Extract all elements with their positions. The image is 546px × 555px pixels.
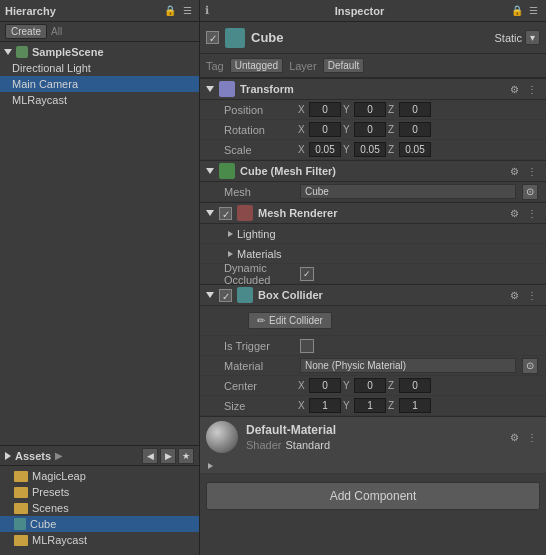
asset-item-presets[interactable]: Presets bbox=[0, 484, 199, 500]
collider-material-value: None (Physic Material) bbox=[300, 358, 516, 373]
collider-material-label: Material bbox=[224, 360, 294, 372]
rotation-y-input[interactable] bbox=[354, 122, 386, 137]
center-y-field: Y bbox=[343, 378, 386, 393]
box-collider-settings-icon[interactable]: ⚙ bbox=[506, 287, 522, 303]
center-label: Center bbox=[224, 380, 294, 392]
mesh-renderer-settings-icon[interactable]: ⚙ bbox=[506, 205, 522, 221]
material-row: Material None (Physic Material) ⊙ bbox=[200, 356, 546, 376]
center-x-input[interactable] bbox=[309, 378, 341, 393]
mesh-filter-header[interactable]: Cube (Mesh Filter) ⚙ ⋮ bbox=[200, 160, 546, 182]
materials-label: Materials bbox=[237, 248, 282, 260]
hierarchy-menu-icon[interactable]: ☰ bbox=[180, 4, 194, 18]
scale-y-label: Y bbox=[343, 144, 353, 155]
position-y-field: Y bbox=[343, 102, 386, 117]
box-collider-header[interactable]: Box Collider ⚙ ⋮ bbox=[200, 284, 546, 306]
size-x-label: X bbox=[298, 400, 308, 411]
assets-back-icon[interactable]: ◀ bbox=[142, 448, 158, 464]
dynamic-occluded-checkbox[interactable] bbox=[300, 267, 314, 281]
add-component-button[interactable]: Add Component bbox=[206, 482, 540, 510]
position-y-input[interactable] bbox=[354, 102, 386, 117]
mesh-select-button[interactable]: ⊙ bbox=[522, 184, 538, 200]
object-name: Cube bbox=[251, 30, 488, 45]
center-y-input[interactable] bbox=[354, 378, 386, 393]
transform-header[interactable]: Transform ⚙ ⋮ bbox=[200, 78, 546, 100]
assets-forward-icon[interactable]: ▶ bbox=[160, 448, 176, 464]
hierarchy-item-mlraycast[interactable]: MLRaycast bbox=[0, 92, 199, 108]
mesh-renderer-arrow-icon bbox=[206, 210, 214, 216]
assets-toolbar: Assets ▶ ◀ ▶ ★ bbox=[0, 446, 199, 466]
edit-collider-button[interactable]: ✏ Edit Collider bbox=[248, 312, 332, 329]
position-x-field: X bbox=[298, 102, 341, 117]
tag-dropdown[interactable]: Untagged bbox=[230, 58, 283, 73]
mesh-filter-settings-icon[interactable]: ⚙ bbox=[506, 163, 522, 179]
mesh-filter-arrow-icon bbox=[206, 168, 214, 174]
hierarchy-scene[interactable]: SampleScene bbox=[0, 44, 199, 60]
asset-item-mlraycast[interactable]: MLRaycast bbox=[0, 532, 199, 548]
static-dropdown[interactable]: ▾ bbox=[525, 30, 540, 45]
mesh-renderer-enabled-checkbox[interactable] bbox=[219, 207, 232, 220]
mesh-renderer-header[interactable]: Mesh Renderer ⚙ ⋮ bbox=[200, 202, 546, 224]
asset-item-cube[interactable]: Cube bbox=[0, 516, 199, 532]
inspector-menu-icon[interactable]: ☰ bbox=[527, 4, 541, 18]
folder-icon bbox=[14, 503, 28, 514]
edit-collider-pencil-icon: ✏ bbox=[257, 315, 265, 326]
asset-item-scenes[interactable]: Scenes bbox=[0, 500, 199, 516]
box-collider-enabled-checkbox[interactable] bbox=[219, 289, 232, 302]
lighting-label: Lighting bbox=[237, 228, 276, 240]
mesh-filter-icon bbox=[219, 163, 235, 179]
scale-y-input[interactable] bbox=[354, 142, 386, 157]
position-z-input[interactable] bbox=[399, 102, 431, 117]
material-info: Default-Material Shader Standard bbox=[246, 423, 498, 451]
create-button[interactable]: Create bbox=[5, 24, 47, 39]
position-x-input[interactable] bbox=[309, 102, 341, 117]
transform-settings-icon[interactable]: ⚙ bbox=[506, 81, 522, 97]
object-enabled-checkbox[interactable] bbox=[206, 31, 219, 44]
center-z-field: Z bbox=[388, 378, 431, 393]
search-all-label: All bbox=[51, 26, 62, 37]
folder-icon bbox=[14, 471, 28, 482]
mesh-filter-overflow-icon[interactable]: ⋮ bbox=[524, 163, 540, 179]
inspector-content: Cube Static ▾ Tag Untagged Layer Default… bbox=[200, 22, 546, 555]
dynamic-occluded-row: Dynamic Occluded bbox=[200, 264, 546, 284]
is-trigger-checkbox[interactable] bbox=[300, 339, 314, 353]
layer-dropdown[interactable]: Default bbox=[323, 58, 365, 73]
mesh-field: Mesh Cube ⊙ bbox=[200, 182, 546, 202]
scale-x-input[interactable] bbox=[309, 142, 341, 157]
tag-layer-row: Tag Untagged Layer Default bbox=[200, 54, 546, 78]
material-settings-icon[interactable]: ⚙ bbox=[506, 429, 522, 445]
rotation-z-input[interactable] bbox=[399, 122, 431, 137]
hierarchy-item-main-camera[interactable]: Main Camera bbox=[0, 76, 199, 92]
material-overflow-icon[interactable]: ⋮ bbox=[524, 429, 540, 445]
hierarchy-lock-icon[interactable]: 🔒 bbox=[163, 4, 177, 18]
transform-arrow-icon bbox=[206, 86, 214, 92]
center-z-label: Z bbox=[388, 380, 398, 391]
inspector-lock-icon[interactable]: 🔒 bbox=[510, 4, 524, 18]
lighting-item[interactable]: Lighting bbox=[200, 224, 546, 244]
is-trigger-row: Is Trigger bbox=[200, 336, 546, 356]
inspector-panel: ℹ Inspector 🔒 ☰ Cube Static ▾ Tag Untagg… bbox=[200, 0, 546, 555]
hierarchy-title: Hierarchy bbox=[5, 5, 56, 17]
center-z-input[interactable] bbox=[399, 378, 431, 393]
assets-star-icon[interactable]: ★ bbox=[178, 448, 194, 464]
assets-toolbar-left: Assets ▶ bbox=[5, 450, 63, 462]
center-field: Center X Y Z bbox=[200, 376, 546, 396]
asset-scenes-label: Scenes bbox=[32, 502, 69, 514]
transform-overflow-icon[interactable]: ⋮ bbox=[524, 81, 540, 97]
hierarchy-item-directional-light[interactable]: Directional Light bbox=[0, 60, 199, 76]
box-collider-overflow-icon[interactable]: ⋮ bbox=[524, 287, 540, 303]
size-y-input[interactable] bbox=[354, 398, 386, 413]
shader-value: Standard bbox=[285, 439, 330, 451]
rotation-x-input[interactable] bbox=[309, 122, 341, 137]
is-trigger-label: Is Trigger bbox=[224, 340, 294, 352]
asset-item-magicleap[interactable]: MagicLeap bbox=[0, 468, 199, 484]
center-y-label: Y bbox=[343, 380, 353, 391]
material-expand-row[interactable] bbox=[200, 457, 546, 474]
box-collider-title: Box Collider bbox=[258, 289, 501, 301]
center-x-field: X bbox=[298, 378, 341, 393]
materials-arrow-icon bbox=[228, 251, 233, 257]
size-x-input[interactable] bbox=[309, 398, 341, 413]
size-z-input[interactable] bbox=[399, 398, 431, 413]
collider-material-select-button[interactable]: ⊙ bbox=[522, 358, 538, 374]
scale-z-input[interactable] bbox=[399, 142, 431, 157]
mesh-renderer-overflow-icon[interactable]: ⋮ bbox=[524, 205, 540, 221]
